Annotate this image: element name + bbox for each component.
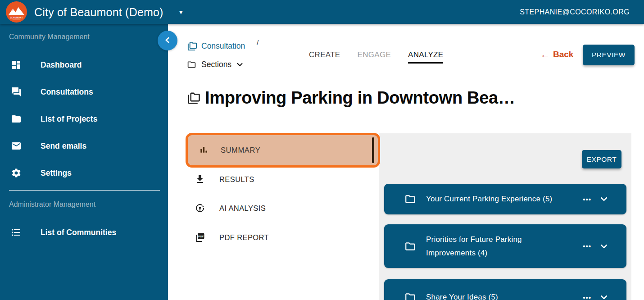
analyze-nav-summary[interactable]: SUMMARY xyxy=(186,133,380,168)
folder-outline-icon xyxy=(404,291,416,300)
community-switcher-title[interactable]: City of Beaumont (Demo) xyxy=(34,5,163,18)
tab-analyze[interactable]: ANALYZE xyxy=(408,50,443,64)
analyze-nav-ai-analysis[interactable]: AI ANALYSIS xyxy=(186,198,375,218)
section-card-title: Your Current Parking Experience (5) xyxy=(426,192,561,206)
folder-outline-icon xyxy=(404,241,416,252)
sidebar-item-settings[interactable]: Settings xyxy=(0,160,168,186)
sections-dropdown[interactable]: Sections xyxy=(187,60,244,69)
card-menu-icon[interactable]: ••• xyxy=(583,242,591,250)
back-arrow-icon: ← xyxy=(540,49,550,60)
sidebar: Community Management Dashboard Consultat… xyxy=(0,24,168,300)
export-button[interactable]: EXPORT xyxy=(582,150,621,168)
section-card-title: Share Your Ideas (5) xyxy=(426,291,561,300)
page-title: Improving Parking in Downtown Bea… xyxy=(187,88,515,108)
sidebar-item-consultations[interactable]: Consultations xyxy=(0,79,168,105)
beaumont-logo-icon: BEAUMONT xyxy=(6,1,27,23)
sidebar-item-list-of-communities[interactable]: List of Communities xyxy=(0,220,168,245)
chat-icon xyxy=(11,86,22,97)
main-content: Consultation / Sections CREATE ENGAGE AN… xyxy=(168,24,644,300)
ai-analysis-icon xyxy=(195,203,205,214)
chevron-down-icon[interactable] xyxy=(599,242,608,251)
phase-tabs: CREATE ENGAGE ANALYZE xyxy=(309,50,443,64)
sidebar-divider xyxy=(9,190,160,191)
sidebar-item-dashboard[interactable]: Dashboard xyxy=(0,52,168,77)
folder-icon xyxy=(11,114,22,124)
list-icon xyxy=(11,227,22,238)
section-card-priorities-for-future-parking[interactable]: Priorities for Future Parking Improvemen… xyxy=(384,224,626,268)
breadcrumb-consultation-link[interactable]: Consultation xyxy=(187,41,245,51)
back-button[interactable]: ← Back xyxy=(540,49,573,60)
section-card-title: Priorities for Future Parking Improvemen… xyxy=(426,233,561,260)
chevron-down-icon[interactable] xyxy=(599,293,608,300)
sidebar-item-list-of-projects[interactable]: List of Projects xyxy=(0,106,168,132)
community-switcher-caret-icon[interactable]: ▾ xyxy=(179,8,183,16)
pdf-icon: PDF xyxy=(195,232,205,243)
chevron-left-icon xyxy=(163,35,172,46)
chevron-down-icon[interactable] xyxy=(599,195,608,204)
sidebar-item-send-emails[interactable]: Send emails xyxy=(0,133,168,159)
back-label: Back xyxy=(553,50,573,59)
page-title-text: Improving Parking in Downtown Bea… xyxy=(205,88,515,108)
topbar: BEAUMONT City of Beaumont (Demo) ▾ STEPH… xyxy=(0,0,644,24)
breadcrumb-separator: / xyxy=(257,39,259,46)
analyze-nav-results[interactable]: RESULTS xyxy=(186,169,375,190)
card-menu-icon[interactable]: ••• xyxy=(583,195,591,203)
sidebar-section-administrator-management: Administrator Management xyxy=(9,200,95,209)
sidebar-collapse-button[interactable] xyxy=(158,31,177,50)
app-root: BEAUMONT City of Beaumont (Demo) ▾ STEPH… xyxy=(0,0,644,300)
section-card-share-your-ideas[interactable]: Share Your Ideas (5) ••• xyxy=(384,279,626,300)
sidebar-section-community-management: Community Management xyxy=(9,33,90,41)
user-email[interactable]: STEPHANIE@COCORIKO.ORG xyxy=(520,8,630,16)
chevron-down-icon xyxy=(236,61,244,68)
folder-copy-icon xyxy=(187,91,200,105)
bar-chart-icon xyxy=(199,145,209,155)
analyze-nav-pdf-report[interactable]: PDF PDF REPORT xyxy=(186,227,375,248)
logo-text: BEAUMONT xyxy=(10,17,23,19)
tab-create[interactable]: CREATE xyxy=(309,50,340,64)
folder-outline-icon xyxy=(187,60,196,69)
gear-icon xyxy=(11,168,22,178)
sections-label: Sections xyxy=(201,60,231,69)
preview-button[interactable]: PREVIEW xyxy=(583,45,635,65)
dashboard-icon xyxy=(11,59,22,70)
folder-outline-icon xyxy=(404,193,416,205)
pdf-icon-label: PDF xyxy=(198,235,204,238)
download-icon xyxy=(195,174,205,185)
breadcrumb-label: Consultation xyxy=(201,41,245,51)
folder-copy-icon xyxy=(187,41,197,51)
section-card-your-current-parking-experience[interactable]: Your Current Parking Experience (5) ••• xyxy=(384,184,626,214)
envelope-icon xyxy=(11,141,22,151)
card-menu-icon[interactable]: ••• xyxy=(583,294,591,300)
summary-panel: EXPORT Your Current Parking Experience (… xyxy=(379,133,631,300)
tab-engage[interactable]: ENGAGE xyxy=(358,50,391,64)
